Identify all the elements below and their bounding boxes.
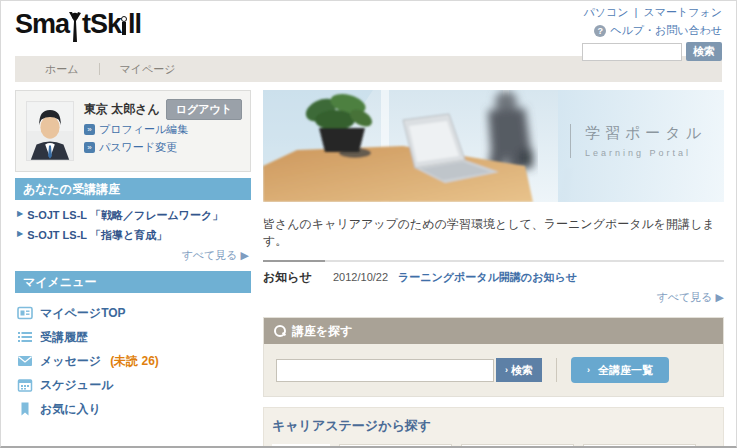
favorite-icon [17, 401, 33, 417]
square-arrow-icon: » [84, 124, 95, 135]
course-link[interactable]: ▶ S-OJT LS-L 「戦略／フレームワーク」 [17, 208, 249, 223]
hero-banner: 学習ポータル Learning Portal [263, 90, 724, 202]
profile-edit-link[interactable]: » プロフィール編集 [84, 122, 240, 137]
header-utility: パソコン | スマートフォン ? ヘルプ・お問い合わせ 検索 [582, 5, 722, 61]
logo-text-1: Sma [15, 9, 69, 40]
my-courses-list: ▶ S-OJT LS-L 「戦略／フレームワーク」 ▶ S-OJT LS-L 「… [15, 200, 251, 265]
intro-text: 皆さんのキャリアアップのための学習環境として、ラーニングポータルを開講します。 [263, 216, 724, 250]
menu-item-favorites[interactable]: お気に入り [17, 397, 251, 421]
news-section-title: お知らせ [263, 269, 333, 286]
schedule-icon [17, 377, 33, 393]
logo-bulb-i-icon [121, 13, 128, 40]
hero-title-en: Learning Portal [585, 148, 706, 158]
sidebar: 東京 太郎さん ログアウト » プロフィール編集 » パスワード変更 あなたの受… [15, 90, 251, 448]
my-courses-view-all-link[interactable]: すべて見る ▶ [17, 248, 249, 263]
career-cards-row: » 新入社員～入社3... ▶ 共通基礎知識 ▶ 営業部門 [272, 444, 715, 448]
menu-item-mypage-top[interactable]: マイページTOP [17, 301, 251, 325]
history-icon [17, 329, 33, 345]
button-arrow-icon: › [587, 365, 590, 375]
menu-item-course-history[interactable]: 受講履歴 [17, 325, 251, 349]
button-arrow-icon: › [505, 365, 508, 375]
course-search-body: › 検索 › 全講座一覧 [264, 344, 723, 396]
career-card-midlevel: » 中堅～リーダー ▶ 副主任 ▶ 主任 [461, 444, 574, 448]
my-menu-header: マイメニュー [15, 271, 251, 293]
course-search-title: 講座を探す [292, 323, 353, 340]
news-row: お知らせ 2012/10/22 ラーニングポータル開講のお知らせ [263, 269, 724, 286]
hero-title-ja: 学習ポータル [585, 124, 706, 143]
logo[interactable]: Sma tSk ll [15, 9, 141, 40]
menu-item-messages[interactable]: メッセージ (未読 26) [17, 349, 251, 373]
career-card-newhire: » 新入社員～入社3... ▶ 共通基礎知識 ▶ 営業部門 [339, 444, 452, 448]
search-icon [274, 325, 286, 337]
message-icon [17, 353, 33, 369]
nav-item-home[interactable]: ホーム [45, 62, 99, 77]
header-search-button[interactable]: 検索 [686, 42, 722, 61]
divider [556, 358, 557, 382]
logout-button[interactable]: ログアウト [166, 99, 242, 120]
career-section-title: キャリアステージから探す [272, 417, 715, 435]
device-links-separator: | [635, 6, 638, 18]
header: Sma tSk ll パソコン | スマートフォン ? ヘルプ・お問い合わせ 検… [1, 1, 736, 56]
pc-link[interactable]: パソコン [583, 6, 628, 18]
device-switch-links: パソコン | スマートフォン [582, 5, 722, 20]
square-arrow-icon: » [84, 142, 95, 153]
career-stage-section: キャリアステージから探す [263, 407, 724, 448]
unread-badge: (未読 26) [110, 353, 159, 370]
my-courses-header: あなたの受講講座 [15, 178, 251, 200]
my-menu-list: マイページTOP 受講履歴 [15, 293, 251, 421]
hero-caption: 学習ポータル Learning Portal [570, 124, 706, 158]
career-card-manager: » マネージャー すべて見る ▶ [583, 444, 696, 448]
news-section: お知らせ 2012/10/22 ラーニングポータル開講のお知らせ すべて見る ▶ [263, 260, 724, 305]
logo-person-icon [68, 12, 82, 42]
avatar [26, 101, 74, 161]
header-search: 検索 [582, 42, 722, 61]
my-courses-section: あなたの受講講座 ▶ S-OJT LS-L 「戦略／フレームワーク」 ▶ S-O… [15, 178, 251, 265]
nav-separator [99, 63, 100, 75]
news-link[interactable]: ラーニングポータル開講のお知らせ [398, 270, 577, 285]
course-search-header: 講座を探す [264, 318, 723, 344]
menu-item-schedule[interactable]: スケジュール [17, 373, 251, 397]
course-search-input[interactable] [276, 359, 494, 382]
news-date: 2012/10/22 [333, 271, 388, 283]
smartphone-link[interactable]: スマートフォン [643, 6, 722, 18]
profile-box: 東京 太郎さん ログアウト » プロフィール編集 » パスワード変更 [15, 90, 251, 172]
career-photo [272, 444, 330, 448]
triangle-icon: ▶ [17, 208, 23, 219]
learning-portal-page: Sma tSk ll パソコン | スマートフォン ? ヘルプ・お問い合わせ 検… [0, 0, 737, 448]
main-column: 学習ポータル Learning Portal 皆さんのキャリアアップのための学習… [263, 90, 724, 448]
profile-info: 東京 太郎さん ログアウト » プロフィール編集 » パスワード変更 [84, 101, 240, 161]
nav-item-mypage[interactable]: マイページ [120, 62, 196, 77]
course-search-button[interactable]: › 検索 [496, 358, 542, 382]
news-view-all-link[interactable]: すべて見る ▶ [263, 290, 724, 305]
content: 東京 太郎さん ログアウト » プロフィール編集 » パスワード変更 あなたの受… [15, 90, 722, 448]
mypage-icon [17, 305, 33, 321]
password-change-link[interactable]: » パスワード変更 [84, 140, 240, 155]
header-search-input[interactable] [582, 43, 682, 61]
triangle-icon: ▶ [17, 228, 23, 239]
help-row: ? ヘルプ・お問い合わせ [582, 23, 722, 38]
all-courses-button[interactable]: › 全講座一覧 [571, 357, 669, 383]
course-search-section: 講座を探す › 検索 › 全講座一覧 [263, 317, 724, 397]
course-link[interactable]: ▶ S-OJT LS-L 「指導と育成」 [17, 228, 249, 243]
help-contact-link[interactable]: ヘルプ・お問い合わせ [610, 23, 722, 38]
help-icon: ? [594, 25, 606, 37]
my-menu-section: マイメニュー マイページTOP [15, 271, 251, 421]
logo-text-3: ll [128, 9, 141, 40]
logo-text-2: tSk [82, 9, 121, 40]
